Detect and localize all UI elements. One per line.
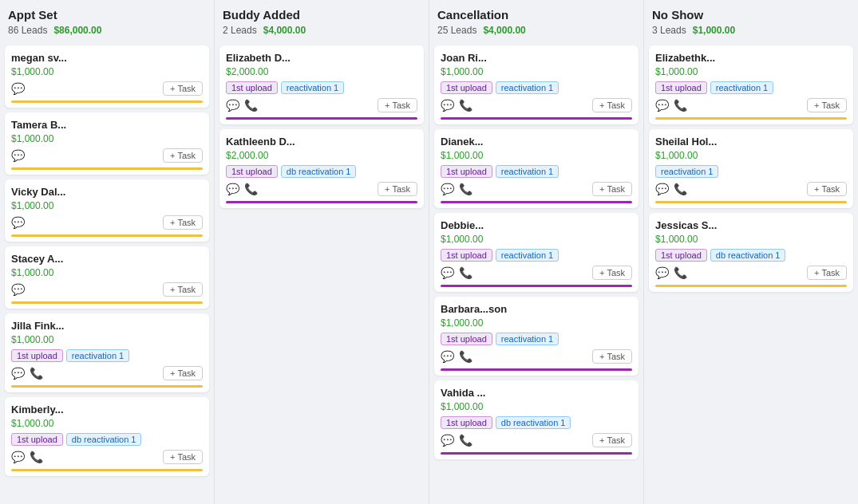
- add-task-button[interactable]: + Task: [807, 98, 847, 112]
- card-icons: 💬📞: [655, 99, 687, 112]
- card-amount: $1,000.00: [655, 66, 847, 77]
- card-icons: 💬: [11, 149, 25, 162]
- card-footer: 💬📞+ Task: [441, 433, 632, 447]
- chat-icon[interactable]: 💬: [11, 367, 25, 380]
- column-body-appt-set: megan sv...$1,000.00💬+ TaskTamera B...$1…: [0, 42, 214, 504]
- card-divider: [11, 469, 203, 471]
- add-task-button[interactable]: + Task: [378, 182, 417, 196]
- card-tag: reactivation 1: [281, 81, 344, 94]
- chat-icon[interactable]: 💬: [441, 434, 454, 447]
- phone-icon[interactable]: 📞: [459, 99, 472, 112]
- chat-icon[interactable]: 💬: [441, 266, 454, 279]
- card: Debbie...$1,000.001st uploadreactivation…: [434, 213, 639, 292]
- column-header-no-show: No Show3 Leads$1,000.00: [644, 0, 858, 42]
- phone-icon[interactable]: 📞: [30, 451, 43, 463]
- add-task-button[interactable]: + Task: [163, 215, 203, 230]
- chat-icon[interactable]: 💬: [11, 283, 25, 296]
- phone-icon[interactable]: 📞: [459, 434, 472, 447]
- card-amount: $1,000.00: [11, 66, 203, 77]
- add-task-button[interactable]: + Task: [163, 148, 203, 163]
- card-icons: 💬: [11, 82, 25, 95]
- phone-icon[interactable]: 📞: [459, 266, 472, 279]
- column-leads-no-show: 3 Leads: [652, 25, 686, 36]
- chat-icon[interactable]: 💬: [655, 99, 669, 112]
- card-footer: 💬📞+ Task: [226, 182, 417, 196]
- card-tag: 1st upload: [11, 349, 63, 362]
- phone-icon[interactable]: 📞: [244, 99, 258, 112]
- chat-icon[interactable]: 💬: [11, 82, 25, 95]
- card-amount: $1,000.00: [441, 317, 632, 329]
- card-icons: 💬📞: [441, 434, 472, 447]
- chat-icon[interactable]: 💬: [441, 183, 454, 195]
- chat-icon[interactable]: 💬: [655, 266, 669, 279]
- column-cancellation: Cancellation25 Leads$4,000.00Joan Ri...$…: [429, 0, 644, 504]
- add-task-button[interactable]: + Task: [807, 266, 847, 280]
- phone-icon[interactable]: 📞: [459, 183, 472, 195]
- add-task-button[interactable]: + Task: [592, 433, 632, 447]
- card-name: Jessicas S...: [655, 219, 847, 231]
- card-name: Sheilal Hol...: [655, 136, 847, 148]
- card-icons: 💬📞: [441, 266, 472, 279]
- add-task-button[interactable]: + Task: [807, 182, 847, 196]
- card-divider: [441, 368, 632, 371]
- card: Dianek...$1,000.001st uploadreactivation…: [434, 129, 639, 208]
- card-amount: $1,000.00: [441, 66, 632, 77]
- add-task-button[interactable]: + Task: [163, 366, 203, 380]
- chat-icon[interactable]: 💬: [11, 451, 25, 463]
- add-task-button[interactable]: + Task: [163, 282, 203, 297]
- add-task-button[interactable]: + Task: [592, 349, 632, 364]
- card-tags: 1st uploaddb reactivation 1: [441, 416, 632, 429]
- chat-icon[interactable]: 💬: [655, 183, 669, 195]
- phone-icon[interactable]: 📞: [674, 99, 687, 112]
- card-amount: $1,000.00: [655, 150, 847, 161]
- column-title-appt-set: Appt Set: [8, 8, 206, 22]
- card-amount: $1,000.00: [441, 150, 632, 161]
- phone-icon[interactable]: 📞: [459, 350, 472, 363]
- column-header-appt-set: Appt Set86 Leads$86,000.00: [0, 0, 214, 42]
- phone-icon[interactable]: 📞: [30, 367, 43, 380]
- add-task-button[interactable]: + Task: [163, 81, 203, 96]
- card-name: Dianek...: [441, 136, 632, 148]
- add-task-button[interactable]: + Task: [592, 182, 632, 196]
- column-body-no-show: Elizabethk...$1,000.001st uploadreactiva…: [644, 42, 858, 504]
- add-task-button[interactable]: + Task: [592, 266, 632, 280]
- chat-icon[interactable]: 💬: [11, 216, 25, 229]
- card-icons: 💬: [11, 283, 25, 296]
- column-title-buddy-added: Buddy Added: [223, 8, 421, 22]
- card-divider: [441, 117, 632, 120]
- column-header-buddy-added: Buddy Added2 Leads$4,000.00: [215, 0, 429, 42]
- card: Sheilal Hol...$1,000.00reactivation 1💬📞+…: [649, 129, 853, 208]
- card-tag: db reactivation 1: [66, 433, 142, 446]
- chat-icon[interactable]: 💬: [226, 183, 239, 195]
- column-amount-buddy-added: $4,000.00: [263, 25, 306, 36]
- card-icons: 💬📞: [655, 266, 687, 279]
- column-appt-set: Appt Set86 Leads$86,000.00megan sv...$1,…: [0, 0, 215, 504]
- card-footer: 💬📞+ Task: [11, 450, 203, 464]
- chat-icon[interactable]: 💬: [441, 99, 454, 112]
- chat-icon[interactable]: 💬: [441, 350, 454, 363]
- column-buddy-added: Buddy Added2 Leads$4,000.00Elizabeth D..…: [215, 0, 429, 504]
- card-amount: $1,000.00: [11, 267, 203, 278]
- card-divider: [11, 100, 203, 103]
- card-amount: $2,000.00: [226, 66, 417, 77]
- card-icons: 💬📞: [655, 183, 687, 195]
- card-tags: 1st uploaddb reactivation 1: [11, 433, 203, 446]
- card-footer: 💬📞+ Task: [441, 98, 632, 112]
- chat-icon[interactable]: 💬: [11, 149, 25, 162]
- card-tag: reactivation 1: [496, 81, 559, 94]
- card-amount: $1,000.00: [441, 234, 632, 245]
- phone-icon[interactable]: 📞: [244, 183, 258, 195]
- add-task-button[interactable]: + Task: [163, 450, 203, 464]
- add-task-button[interactable]: + Task: [592, 98, 632, 112]
- card-tag: 1st upload: [441, 81, 492, 94]
- chat-icon[interactable]: 💬: [226, 99, 239, 112]
- add-task-button[interactable]: + Task: [378, 98, 417, 112]
- phone-icon[interactable]: 📞: [674, 266, 687, 279]
- card-tag: 1st upload: [655, 249, 707, 262]
- phone-icon[interactable]: 📞: [674, 183, 687, 195]
- card-tags: 1st uploadreactivation 1: [655, 81, 847, 94]
- card-divider: [11, 301, 203, 304]
- card: Stacey A...$1,000.00💬+ Task: [5, 246, 209, 309]
- card-amount: $1,000.00: [441, 401, 632, 412]
- card-divider: [655, 285, 847, 287]
